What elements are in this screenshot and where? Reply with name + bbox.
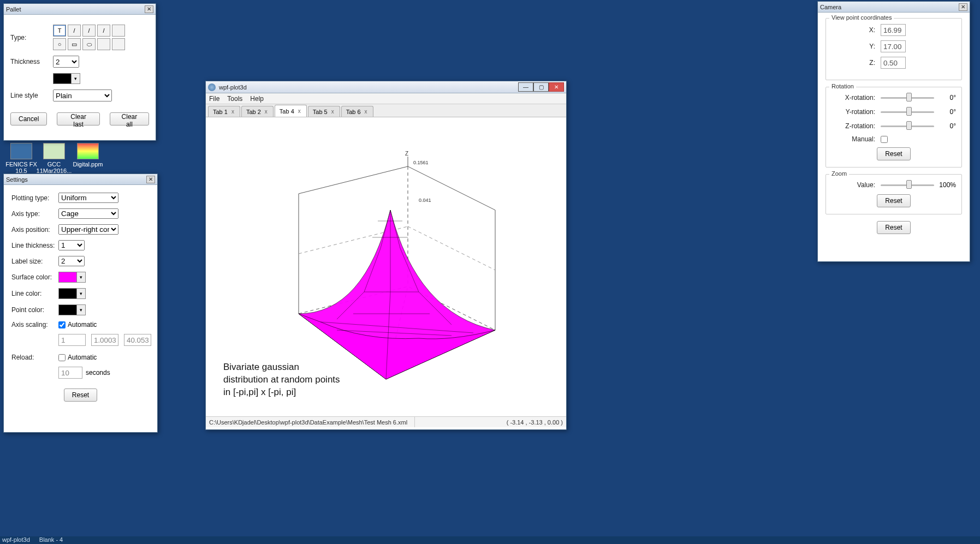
axis-position-select[interactable]: Upper-right corner [58,224,118,235]
pallet-window: Pallet ✕ Type: T / / / ○ ▭ ⬭ Thickness 2 [3,3,156,141]
tool-line3[interactable]: / [97,25,110,37]
rotation-reset-button[interactable]: Reset [877,147,910,160]
y-label: Y: [831,43,881,50]
camera-reset-button[interactable]: Reset [877,221,910,234]
tab-close-icon[interactable]: x [264,109,269,115]
tool-ellipse[interactable]: ⬭ [82,38,96,50]
scale-z-input[interactable] [124,334,151,346]
tool-blank3[interactable] [112,38,125,50]
zoom-group: Zoom Value:100% Reset [825,174,962,214]
menu-help[interactable]: Help [250,95,264,103]
tab-close-icon[interactable]: x [297,108,302,114]
desktop-icon-label: GCC 11Mar2016... [35,161,73,174]
menu-file[interactable]: File [209,95,219,103]
pallet-titlebar[interactable]: Pallet ✕ [4,4,156,15]
yrot-value: 0° [934,108,956,116]
x-input[interactable] [881,24,906,36]
reload-seconds-input[interactable] [58,367,82,379]
reload-auto-checkbox[interactable] [58,354,66,361]
reload-automatic-label: Automatic [68,354,97,361]
zoom-slider[interactable] [881,180,934,190]
thickness-select[interactable]: 2 [53,56,79,68]
label-size-label: Label size: [11,258,58,265]
scale-x-input[interactable] [58,334,86,346]
file-icon [77,143,99,159]
line-color-swatch [58,288,77,299]
pallet-title: Pallet [6,6,21,13]
close-icon[interactable]: ✕ [145,5,153,13]
yrot-slider[interactable] [881,107,934,117]
y-input[interactable] [881,40,906,52]
taskbar-item[interactable]: wpf-plot3d [2,536,30,543]
line-thickness-label: Line thickness: [11,242,58,249]
line-thickness-select[interactable]: 1 [58,240,85,250]
taskbar[interactable]: wpf-plot3d Blank - 4 [0,536,980,544]
tab-6[interactable]: Tab 6x [341,106,373,117]
tool-blank2[interactable] [97,38,110,50]
xrot-slider[interactable] [881,93,934,103]
tab-close-icon[interactable]: x [364,109,369,115]
file-icon [43,143,65,159]
plotting-type-select[interactable]: Uniform [58,193,118,203]
tab-label: Tab 5 [313,109,328,115]
close-icon[interactable]: ✕ [959,3,967,11]
desktop-icon[interactable]: GCC 11Mar2016... [35,143,73,174]
color-swatch [53,73,72,84]
zrot-slider[interactable] [881,121,934,131]
plot-canvas[interactable]: Z 0.1561 0.041 Bivariate gaus [206,117,566,416]
tool-circle[interactable]: ○ [53,38,66,50]
close-icon[interactable]: ✕ [146,176,155,183]
axis-type-select[interactable]: Cage [58,208,118,219]
menu-tools[interactable]: Tools [227,95,242,103]
z-input[interactable] [881,57,906,69]
tool-line2[interactable]: / [82,25,96,37]
tab-2[interactable]: Tab 2x [241,106,274,117]
tab-1[interactable]: Tab 1x [208,106,240,117]
camera-titlebar[interactable]: Camera ✕ [818,2,970,13]
maximize-button[interactable]: ▢ [533,82,549,92]
color-dropdown[interactable]: ▾ [72,73,80,84]
linestyle-select[interactable]: Plain [53,89,112,101]
close-button[interactable]: ✕ [549,82,564,92]
main-titlebar[interactable]: wpf-plot3d — ▢ ✕ [206,81,566,93]
scale-y-input[interactable] [91,334,118,346]
settings-titlebar[interactable]: Settings ✕ [4,174,157,185]
axis-scaling-auto-checkbox[interactable] [58,321,66,328]
tab-close-icon[interactable]: x [230,109,235,115]
tab-5[interactable]: Tab 5x [308,106,340,117]
plot-caption: Bivariate gaussian distribution at rando… [223,361,343,399]
axis-position-label: Axis position: [11,226,58,234]
manual-checkbox[interactable] [881,136,888,143]
tab-4[interactable]: Tab 4x [275,105,307,117]
seconds-label: seconds [86,369,110,376]
line-color-dropdown[interactable]: ▾ [77,288,86,299]
axis-scaling-label: Axis scaling: [11,321,58,328]
desktop-icon[interactable]: Digital.ppm [69,143,107,168]
tool-line1[interactable]: / [68,25,81,37]
surface-color-dropdown[interactable]: ▾ [77,272,86,283]
label-size-select[interactable]: 2 [58,256,85,266]
svg-text:0.041: 0.041 [419,198,431,203]
settings-reset-button[interactable]: Reset [64,388,97,402]
app-icon [208,83,216,91]
tab-close-icon[interactable]: x [330,109,335,115]
zoom-reset-button[interactable]: Reset [877,194,910,207]
tool-rect[interactable]: ▭ [68,38,81,50]
statusbar: C:\Users\KDjadel\Desktop\wpf-plot3d\Data… [206,416,566,427]
tab-label: Tab 2 [246,109,261,115]
tab-label: Tab 4 [280,108,294,115]
point-color-dropdown[interactable]: ▾ [77,304,86,315]
taskbar-item[interactable]: Blank - 4 [39,536,63,543]
minimize-button[interactable]: — [518,82,533,92]
zrot-value: 0° [934,122,956,130]
z-label: Z: [831,59,881,67]
tool-blank1[interactable] [112,25,125,37]
linestyle-label: Line style [10,92,53,99]
cancel-button[interactable]: Cancel [10,112,47,125]
tool-text[interactable]: T [53,25,66,37]
tab-label: Tab 6 [346,109,361,115]
main-window: wpf-plot3d — ▢ ✕ File Tools Help Tab 1x … [205,81,567,430]
rotation-group: Rotation X-rotation:0° Y-rotation:0° Z-r… [825,87,962,168]
clear-last-button[interactable]: Clear last [57,112,100,125]
clear-all-button[interactable]: Clear all [110,112,149,125]
